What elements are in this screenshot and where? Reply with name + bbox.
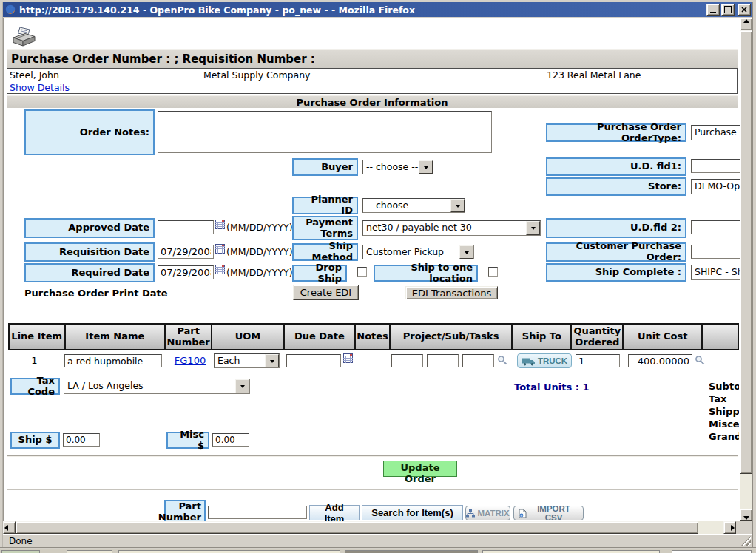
maximize-button[interactable]: [721, 4, 735, 16]
scroll-up-button[interactable]: [740, 18, 752, 30]
shipping-label: Shipping: [709, 406, 739, 418]
item-row: 1 FG100 Each TRUCK: [7, 353, 738, 372]
chevron-down-icon[interactable]: [450, 199, 465, 212]
unit-cost-input[interactable]: [628, 354, 692, 367]
col-qty: Quantity Ordered: [570, 323, 624, 350]
col-ship-to: Ship To: [511, 323, 572, 350]
drop-ship-checkbox[interactable]: [357, 267, 367, 276]
chevron-down-icon[interactable]: [235, 379, 249, 393]
calendar-icon[interactable]: [215, 265, 225, 274]
ship-method-select[interactable]: Customer Pickup: [362, 245, 474, 259]
matrix-icon: [466, 509, 475, 518]
scroll-right-button[interactable]: [723, 521, 736, 534]
taskbar-item[interactable]: [482, 550, 660, 553]
scroll-left-button[interactable]: [3, 521, 16, 534]
line-item-number: 1: [7, 355, 62, 366]
print-icon[interactable]: [10, 25, 38, 49]
create-edi-button[interactable]: Create EDI: [293, 285, 359, 300]
status-bar: Done: [3, 534, 752, 547]
tax-code-select[interactable]: LA / Los Angeles: [64, 379, 250, 394]
title-bar[interactable]: http://208.179.140.214 - OpenPro Bike Co…: [2, 2, 754, 17]
approved-date-label: Approved Date: [24, 218, 155, 238]
taskbar-item[interactable]: [672, 550, 752, 553]
taskbar-start-button[interactable]: [1, 550, 40, 553]
firefox-icon: [5, 4, 16, 15]
due-date-input[interactable]: [286, 354, 341, 367]
taskbar-quicklaunch[interactable]: [67, 550, 112, 553]
order-notes-textarea[interactable]: [158, 111, 492, 153]
tax-label: Tax: [709, 393, 739, 406]
scroll-down-button[interactable]: [740, 509, 752, 521]
matrix-button[interactable]: MATRIX: [465, 506, 510, 520]
chevron-down-icon[interactable]: [265, 354, 279, 367]
drop-ship-label: Drop Ship: [292, 265, 347, 282]
ship-to-one-location-label: Ship to one location: [374, 265, 478, 282]
quantity-input[interactable]: [576, 354, 620, 367]
edi-transactions-button[interactable]: EDI Transactions: [405, 286, 498, 299]
part-number-input[interactable]: [208, 506, 307, 519]
uom-select[interactable]: Each: [214, 353, 280, 368]
update-order-button[interactable]: Update Order: [383, 461, 457, 477]
minimize-button[interactable]: [706, 4, 720, 16]
search-icon[interactable]: [695, 355, 705, 365]
scrollbar-corner: [736, 521, 752, 534]
chevron-down-icon[interactable]: [459, 245, 473, 259]
ud-fld2-label: U.D.fld 2:: [546, 218, 686, 238]
show-details-cell: Show Details: [7, 81, 202, 94]
vendor-address: 123 Real Metal Lane: [547, 69, 641, 81]
ship-to-one-location-checkbox[interactable]: [488, 267, 498, 276]
approved-date-format: (MM/DD/YYYY): [226, 222, 293, 233]
requisition-date-input[interactable]: [158, 245, 214, 259]
grand-total-label: Grand T: [709, 431, 739, 444]
required-date-label: Required Date: [24, 263, 155, 282]
planner-id-select[interactable]: -- choose --: [362, 198, 465, 213]
calendar-icon[interactable]: [215, 220, 225, 229]
close-button[interactable]: [738, 4, 751, 16]
required-date-format: (MM/DD/YYYY): [226, 267, 293, 278]
chevron-down-icon[interactable]: [419, 160, 433, 174]
planner-id-label: Planner ID: [292, 197, 358, 214]
ship-complete-label: Ship Complete :: [546, 263, 686, 282]
divider: [7, 455, 738, 457]
required-date-input[interactable]: [158, 265, 214, 279]
search-icon[interactable]: [497, 355, 507, 365]
taskbar-item-active[interactable]: [345, 550, 478, 553]
project-input[interactable]: [391, 354, 423, 367]
ship-to-truck-button[interactable]: TRUCK: [517, 353, 572, 368]
sub-input[interactable]: [427, 354, 459, 367]
vendor-company-cell: Metal Supply Company: [201, 68, 544, 81]
vendor-address-cell: 123 Real Metal Lane: [544, 68, 738, 81]
vertical-scroll-thumb[interactable]: [740, 30, 752, 474]
total-units-text: Total Units : 1: [514, 381, 590, 393]
approved-date-input[interactable]: [158, 220, 214, 234]
taskbar-item[interactable]: [118, 550, 340, 553]
calendar-icon[interactable]: [215, 244, 225, 254]
po-print-date-label: Purchase Order Print Date: [24, 288, 168, 299]
chevron-down-icon[interactable]: [526, 221, 540, 235]
customer-po-label: Customer Purchase Order:: [546, 242, 686, 262]
ship-amount-input[interactable]: [63, 433, 100, 447]
misc-amount-input[interactable]: [212, 433, 249, 447]
horizontal-scroll-thumb[interactable]: [16, 521, 698, 534]
requisition-date-format: (MM/DD/YYYY): [226, 246, 293, 257]
horizontal-scrollbar[interactable]: [3, 521, 736, 534]
items-table-header: Line Item Item Name Part Number UOM Due …: [8, 323, 739, 350]
buyer-label: Buyer: [292, 158, 358, 176]
vertical-scrollbar[interactable]: [740, 18, 752, 521]
col-notes: Notes: [354, 323, 391, 350]
add-item-button[interactable]: Add Item: [309, 505, 360, 520]
misc-amount-label: Misc $: [166, 432, 209, 449]
payment-terms-select[interactable]: net30 / payable net 30: [362, 220, 541, 236]
import-csv-button[interactable]: IMPORT CSV: [513, 506, 584, 520]
item-name-input[interactable]: [64, 354, 162, 367]
search-for-items-button[interactable]: Search for Item(s): [362, 505, 463, 520]
payment-terms-label: Payment Terms: [292, 216, 358, 240]
part-number-link[interactable]: FG100: [166, 355, 215, 366]
calendar-icon[interactable]: [343, 353, 353, 363]
status-text: Done: [9, 536, 33, 546]
vendor-contact-name: Steel, John: [10, 69, 59, 81]
buyer-select[interactable]: -- choose --: [362, 160, 433, 174]
task-input[interactable]: [462, 354, 494, 367]
show-details-link[interactable]: Show Details: [10, 82, 70, 93]
ship-method-label: Ship Method: [292, 243, 358, 261]
